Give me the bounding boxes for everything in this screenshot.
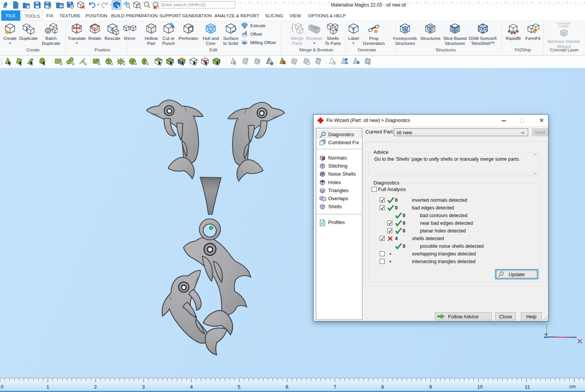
svg-text:A: A <box>352 27 355 31</box>
